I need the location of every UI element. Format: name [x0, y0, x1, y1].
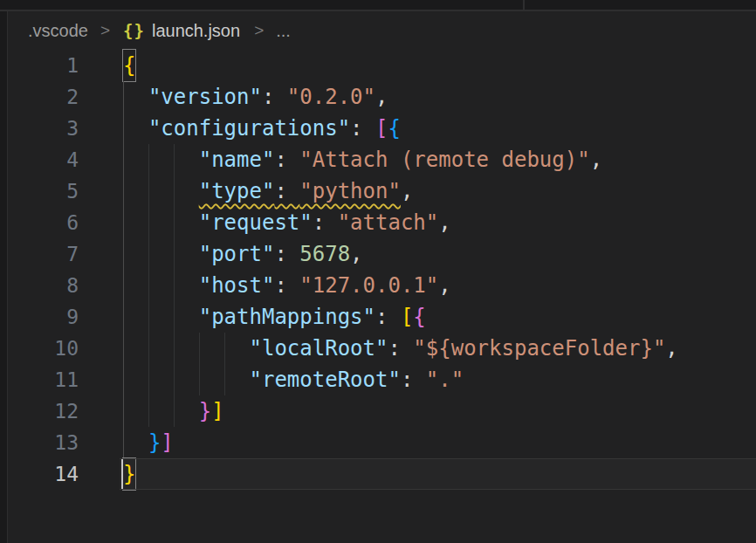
line-number: 2 — [8, 81, 79, 113]
code-token: "Attach (remote debug)" — [299, 148, 589, 172]
indent-guide — [123, 395, 124, 427]
line-content: "localRoot": "${workspaceFolder}", — [123, 333, 756, 364]
line-content: "name": "Attach (remote debug)", — [123, 144, 756, 175]
line-number: 12 — [8, 395, 79, 427]
code-token: "type" — [199, 179, 275, 203]
indent-guide — [174, 395, 175, 427]
line-content: }] — [123, 427, 756, 458]
indent-guide — [123, 427, 124, 458]
indent-guide — [148, 333, 149, 364]
code-line[interactable]: 13 }] — [8, 427, 756, 458]
line-number: 5 — [8, 175, 79, 207]
indent-guide — [199, 333, 200, 364]
code-line[interactable]: 3 "configurations": [{ — [8, 113, 756, 144]
text-cursor — [121, 459, 123, 489]
chevron-right-icon: > — [254, 21, 264, 40]
indent-guide — [123, 270, 124, 301]
bracket-match: { — [123, 50, 135, 81]
line-content: { — [123, 50, 756, 81]
code-token: "version" — [148, 85, 262, 109]
code-token: [ — [375, 116, 388, 141]
code-token: 5678 — [299, 242, 350, 266]
indent-guide — [174, 175, 175, 207]
indent-guide — [174, 301, 175, 333]
json-file-icon: {} — [123, 21, 145, 40]
code-token: "configurations" — [148, 116, 350, 141]
code-token: "name" — [199, 148, 275, 172]
indent-guide — [123, 175, 124, 207]
line-number: 10 — [8, 333, 79, 364]
editor-pane: .vscode > {} launch.json > ... 1{2 "vers… — [7, 11, 756, 543]
indent-guide — [174, 238, 175, 270]
line-content: "pathMappings": [{ — [123, 301, 756, 333]
line-number: 7 — [8, 238, 79, 270]
indent-guide — [199, 364, 200, 395]
code-line[interactable]: 7 "port": 5678, — [8, 238, 756, 270]
code-area[interactable]: 1{2 "version": "0.2.0",3 "configurations… — [8, 50, 756, 490]
code-line[interactable]: 10 "localRoot": "${workspaceFolder}", — [8, 333, 756, 364]
code-token: : — [274, 273, 299, 298]
indent-guide — [148, 301, 149, 333]
breadcrumb-symbol[interactable]: ... — [276, 21, 291, 41]
code-token: } — [148, 430, 161, 455]
code-token: "." — [426, 368, 464, 392]
code-token: : — [274, 242, 299, 266]
code-token: : — [274, 179, 299, 203]
code-token: "0.2.0" — [287, 85, 375, 109]
line-content: } — [123, 458, 756, 490]
line-content: "host": "127.0.0.1", — [123, 270, 756, 301]
warning-squiggle: "type": "python" — [199, 179, 401, 203]
code-token: [ — [401, 305, 413, 329]
code-line[interactable]: 11 "remoteRoot": "." — [8, 364, 756, 395]
tab-divider — [523, 0, 525, 10]
indent-guide — [123, 81, 124, 113]
indent-guide — [148, 270, 149, 301]
code-line[interactable]: 6 "request": "attach", — [8, 207, 756, 238]
line-number: 3 — [8, 113, 79, 144]
indent-guide — [148, 364, 149, 395]
code-token: "port" — [199, 242, 275, 266]
chevron-right-icon: > — [100, 21, 110, 40]
code-line[interactable]: 9 "pathMappings": [{ — [8, 301, 756, 333]
code-token: { — [413, 305, 425, 329]
indent-guide — [174, 333, 175, 364]
code-token: ] — [211, 399, 223, 423]
bracket-match: } — [123, 458, 135, 490]
code-token: "python" — [299, 179, 401, 203]
breadcrumb-file[interactable]: launch.json — [152, 21, 240, 41]
line-number: 13 — [8, 427, 79, 458]
indent-guide — [123, 113, 124, 144]
code-line[interactable]: 14} — [8, 458, 756, 490]
indent-guide — [148, 207, 149, 238]
indent-guide — [224, 364, 225, 395]
code-token: } — [199, 399, 211, 423]
code-line[interactable]: 2 "version": "0.2.0", — [8, 81, 756, 113]
indent-guide — [123, 364, 124, 395]
code-token: { — [388, 116, 400, 141]
code-token: : — [350, 116, 375, 141]
line-content: "request": "attach", — [123, 207, 756, 238]
line-content: "type": "python", — [123, 175, 756, 207]
code-line[interactable]: 4 "name": "Attach (remote debug)", — [8, 144, 756, 175]
line-content: "version": "0.2.0", — [123, 81, 756, 113]
indent-guide — [174, 364, 175, 395]
code-line[interactable]: 8 "host": "127.0.0.1", — [8, 270, 756, 301]
code-token: : — [313, 210, 338, 235]
line-content: }] — [123, 395, 756, 427]
indent-guide — [123, 144, 124, 175]
code-token: "remoteRoot" — [250, 368, 401, 392]
code-token: : — [262, 85, 287, 109]
line-number: 9 — [8, 301, 79, 333]
code-line[interactable]: 1{ — [8, 50, 756, 81]
indent-guide — [123, 238, 124, 270]
code-token: "pathMappings" — [199, 305, 375, 329]
code-token: , — [438, 273, 450, 298]
code-line[interactable]: 12 }] — [8, 395, 756, 427]
line-content: "port": 5678, — [123, 238, 756, 270]
code-token: "localRoot" — [250, 336, 388, 361]
code-line[interactable]: 5 "type": "python", — [8, 175, 756, 207]
indent-guide — [148, 395, 149, 427]
code-token: : — [401, 368, 426, 392]
breadcrumb-folder[interactable]: .vscode — [28, 21, 88, 41]
line-content: "remoteRoot": "." — [123, 364, 756, 395]
